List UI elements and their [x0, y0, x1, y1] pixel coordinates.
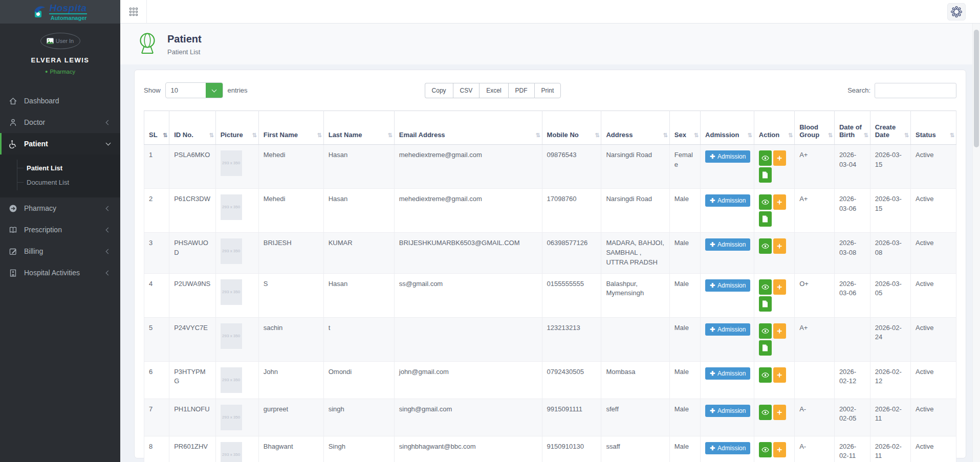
pdf-button[interactable]: PDF: [508, 83, 534, 98]
view-button[interactable]: [759, 279, 772, 295]
col-header-mobile[interactable]: Mobile No⇅: [542, 111, 601, 145]
cell-last_name: Hasan: [323, 273, 394, 317]
add-button[interactable]: ＋: [773, 279, 786, 295]
cell-sl: 2: [144, 189, 169, 233]
cell-mobile: 06398577126: [542, 233, 601, 274]
view-button[interactable]: [759, 367, 772, 383]
admission-button[interactable]: ✚Admission: [705, 367, 750, 380]
cell-sex: Male: [669, 189, 700, 233]
view-button[interactable]: [759, 238, 772, 254]
admission-button[interactable]: ✚Admission: [705, 238, 750, 251]
add-button[interactable]: ＋: [773, 194, 786, 210]
col-header-blood_group[interactable]: Blood Group⇅: [795, 111, 835, 145]
col-header-picture[interactable]: Picture⇅: [215, 111, 258, 145]
brand-tagline: Automanager: [49, 13, 86, 21]
vertical-scrollbar[interactable]: [972, 24, 980, 462]
sidebar-item-prescription[interactable]: Prescription: [0, 219, 120, 240]
add-button[interactable]: ＋: [773, 150, 786, 166]
cell-blood_group: [795, 361, 835, 399]
col-header-email[interactable]: Email Address⇅: [394, 111, 542, 145]
admission-button[interactable]: ✚Admission: [705, 279, 750, 292]
sidebar-item-label: Doctor: [24, 118, 45, 126]
add-button[interactable]: ＋: [773, 442, 786, 457]
add-button[interactable]: ＋: [773, 238, 786, 254]
patient-photo-placeholder: 293 x 350: [221, 367, 242, 393]
cell-email: BRIJESHKUMARBK6503@GMAIL.COM: [394, 233, 542, 274]
col-header-status[interactable]: Status⇅: [911, 111, 956, 145]
action-buttons: ＋: [759, 194, 788, 227]
cell-first_name: Mehedi: [258, 189, 323, 233]
sidebar-item-pharmacy[interactable]: Pharmacy: [0, 197, 120, 219]
cell-sex: Male: [669, 233, 700, 274]
col-header-sl[interactable]: SL⇅: [144, 111, 169, 145]
document-button[interactable]: [759, 296, 772, 312]
patient-table-body: 1PSLA6MKO293 x 350MehediHasanmehediextre…: [144, 145, 956, 462]
cell-admission: ✚Admission: [701, 233, 754, 274]
brand-logo[interactable]: Hospita Automanager: [0, 0, 120, 24]
view-button[interactable]: [759, 150, 772, 166]
admission-button[interactable]: ✚Admission: [705, 442, 750, 454]
cell-last_name: KUMAR: [323, 233, 394, 274]
col-header-first_name[interactable]: First Name⇅: [258, 111, 323, 145]
content: Show 10 entries Copy CSV Excel PDF Print: [120, 64, 980, 462]
cell-email: [394, 317, 542, 361]
sidebar-item-document-list[interactable]: Document List: [0, 175, 120, 189]
patient-table: SL⇅ID No.⇅Picture⇅First Name⇅Last Name⇅E…: [144, 111, 956, 462]
chevron-left-icon: [106, 270, 111, 275]
col-header-label: Picture: [221, 131, 243, 139]
sort-icon: ⇅: [694, 132, 698, 139]
sidebar-item-label: Hospital Activities: [24, 269, 80, 277]
admission-button[interactable]: ✚Admission: [705, 150, 750, 163]
sidebar-item-label: Patient: [24, 140, 48, 148]
add-button[interactable]: ＋: [773, 405, 786, 420]
add-button[interactable]: ＋: [773, 367, 786, 383]
eye-icon: [761, 199, 769, 205]
arrow-circle-right-icon: [9, 204, 17, 213]
entries-select[interactable]: 10: [165, 82, 223, 98]
cell-picture: 293 x 350: [215, 436, 258, 462]
admission-button[interactable]: ✚Admission: [705, 405, 750, 417]
col-header-address[interactable]: Address⇅: [601, 111, 669, 145]
document-button[interactable]: [759, 211, 772, 227]
sort-icon: ⇅: [163, 132, 166, 139]
view-button[interactable]: [759, 323, 772, 339]
search-input[interactable]: [875, 83, 956, 98]
csv-button[interactable]: CSV: [453, 83, 480, 98]
copy-button[interactable]: Copy: [425, 83, 453, 98]
cell-picture: 293 x 350: [215, 273, 258, 317]
print-button[interactable]: Print: [534, 83, 561, 98]
col-header-label: Mobile No: [547, 131, 579, 139]
sidebar-item-dashboard[interactable]: Dashboard: [0, 90, 120, 112]
sidebar-item-billing[interactable]: Billing: [0, 240, 120, 262]
add-button[interactable]: ＋: [773, 323, 786, 339]
col-header-admission[interactable]: Admission⇅: [701, 111, 754, 145]
sidebar-item-doctor[interactable]: Doctor: [0, 112, 120, 133]
cell-action: ＋: [754, 436, 794, 462]
document-button[interactable]: [759, 340, 772, 356]
col-header-sex[interactable]: Sex⇅: [669, 111, 700, 145]
view-button[interactable]: [759, 194, 772, 210]
document-icon: [762, 300, 768, 307]
view-button[interactable]: [759, 442, 772, 457]
col-header-last_name[interactable]: Last Name⇅: [323, 111, 394, 145]
scrollbar-thumb[interactable]: [974, 30, 979, 147]
document-button[interactable]: [759, 167, 772, 183]
sidebar-item-patient[interactable]: Patient: [0, 133, 120, 155]
col-header-id_no[interactable]: ID No.⇅: [169, 111, 215, 145]
col-header-action[interactable]: Action⇅: [754, 111, 794, 145]
col-header-dob[interactable]: Date of Birth⇅: [834, 111, 870, 145]
wheelchair-icon: [9, 140, 17, 148]
entries-dropdown-button[interactable]: [206, 83, 223, 98]
sidebar-item-hospital-activities[interactable]: Hospital Activities: [0, 262, 120, 283]
excel-button[interactable]: Excel: [479, 83, 508, 98]
admission-button[interactable]: ✚Admission: [705, 323, 750, 336]
cell-mobile: 0155555555: [542, 273, 601, 317]
col-header-create_date[interactable]: Create Date⇅: [870, 111, 910, 145]
view-button[interactable]: [759, 405, 772, 420]
settings-button[interactable]: [947, 3, 966, 20]
hospital-icon: [9, 269, 17, 277]
sidebar-item-patient-list[interactable]: Patient List: [0, 161, 120, 175]
admission-button[interactable]: ✚Admission: [705, 194, 750, 207]
app-grid-button[interactable]: [120, 0, 147, 23]
table-row: 6P3HTYPMG293 x 350JohnOmondijohn@gmail.c…: [144, 361, 956, 399]
